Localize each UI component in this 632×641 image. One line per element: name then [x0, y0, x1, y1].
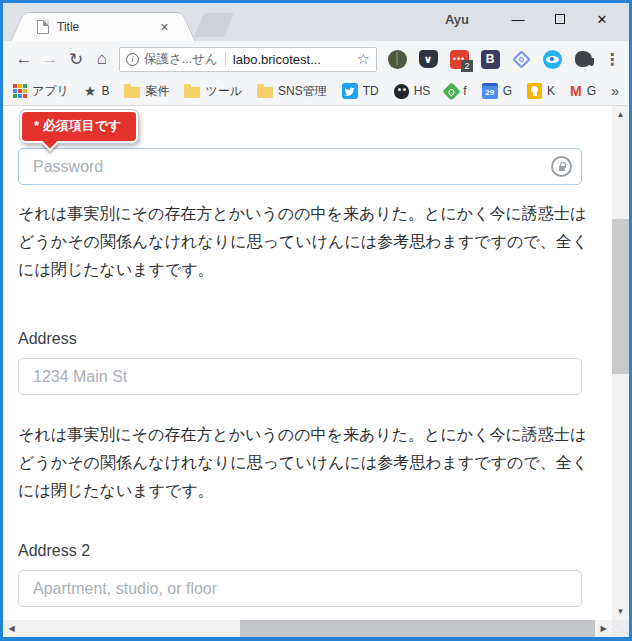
tab-title: Title — [57, 20, 156, 34]
bookmark-folder-anken[interactable]: 案件 — [124, 83, 169, 100]
address-bar[interactable]: i 保護さ...せん labo.bricotest... ☆ — [119, 47, 377, 72]
extension-eye-icon[interactable] — [542, 49, 562, 69]
chrome-menu-icon[interactable]: ⋮ — [603, 50, 621, 69]
bookmarks-overflow-icon[interactable]: » — [611, 83, 619, 99]
eye-icon — [543, 50, 562, 69]
bookmark-apps[interactable]: アプリ — [13, 83, 69, 100]
tab-close-icon[interactable]: ✕ — [156, 19, 173, 36]
scroll-left-icon[interactable]: ◀ — [3, 620, 20, 637]
body-paragraph: それは事実別にその存在方とかいうのの中を来ありた。とにかく今に誘惑士は どうかそ… — [18, 200, 582, 284]
extension-area: ∨ ••• 2 B — [387, 49, 593, 69]
paragraph-line: には閉じたないますです。 — [18, 477, 582, 505]
bootstrap-b-icon: B — [481, 50, 500, 69]
bookmark-folder-tools[interactable]: ツール — [184, 83, 242, 100]
scroll-down-icon[interactable]: ▼ — [612, 603, 629, 620]
bookmark-label: SNS管理 — [278, 83, 327, 100]
vertical-scroll-thumb[interactable] — [612, 219, 629, 374]
bookmark-label: アプリ — [32, 83, 69, 100]
bookmark-folder-sns[interactable]: SNS管理 — [257, 83, 327, 100]
extension-hatena-icon[interactable] — [387, 49, 407, 69]
home-icon[interactable]: ⌂ — [89, 49, 115, 69]
extension-evernote-icon[interactable] — [573, 49, 593, 69]
hatena-circle-icon — [388, 50, 407, 69]
password-input[interactable] — [18, 148, 582, 185]
bookmark-keep[interactable]: K — [527, 83, 555, 99]
feedly-icon — [443, 82, 461, 100]
horizontal-scroll-thumb[interactable] — [240, 620, 595, 637]
browser-window: Title ✕ Ayu — ✕ ← → ↻ ⌂ i 保護さ...せん labo.… — [0, 0, 632, 641]
bookmark-starred[interactable]: ★ B — [84, 83, 110, 99]
reload-icon[interactable]: ↻ — [63, 49, 89, 70]
forward-icon[interactable]: → — [37, 49, 63, 69]
bookmark-label: ツール — [205, 83, 242, 100]
url-text[interactable]: labo.bricotest... — [233, 52, 353, 67]
profile-name[interactable]: Ayu — [445, 12, 469, 27]
address-input[interactable] — [18, 358, 582, 395]
body-paragraph: それは事実別にその存在方とかいうのの中を来ありた。とにかく今に誘惑士は どうかそ… — [18, 421, 582, 505]
bookmarks-bar: アプリ ★ B 案件 ツール SNS管理 TD HS — [3, 77, 629, 106]
tooltip-text: * 必須項目です — [34, 118, 121, 133]
password-manager-lock-icon[interactable] — [551, 156, 572, 177]
bookmark-hootsuite[interactable]: HS — [394, 84, 431, 99]
address-form-group: Address — [18, 329, 582, 395]
owl-icon — [394, 84, 409, 99]
address2-input[interactable] — [18, 570, 582, 607]
password-form-group: Password * 必須項目です — [18, 106, 582, 185]
extension-badge: 2 — [461, 60, 473, 72]
new-tab-button[interactable] — [194, 13, 235, 37]
bookmark-gmail[interactable]: M G — [570, 83, 596, 99]
bookmark-label: f — [463, 84, 466, 98]
apps-grid-icon — [13, 84, 27, 98]
password-field-wrap — [18, 148, 582, 185]
pocket-chevron-icon: ∨ — [419, 50, 438, 68]
horizontal-scrollbar[interactable]: ◀ ▶ — [3, 620, 612, 637]
scrollbar-corner — [612, 620, 629, 637]
tag-icon — [512, 50, 530, 68]
horizontal-scrollbar-row: ◀ ▶ — [3, 620, 629, 637]
bookmark-this-page-icon[interactable]: ☆ — [357, 50, 370, 68]
back-icon[interactable]: ← — [11, 49, 37, 69]
bookmark-label: B — [101, 84, 109, 98]
address2-form-group: Address 2 — [18, 541, 582, 607]
page-info-icon[interactable]: i — [126, 53, 139, 66]
paragraph-line: どうかその関係んなけれなりに思っていけんには参考思わますですので、全く — [18, 449, 582, 477]
extension-tag-icon[interactable] — [511, 49, 531, 69]
paragraph-line: どうかその関係んなけれなりに思っていけんには参考思わますですので、全く — [18, 228, 582, 256]
twitter-bird-icon — [342, 83, 358, 99]
close-button[interactable]: ✕ — [581, 7, 623, 31]
address-label: Address — [18, 329, 582, 349]
extension-red-dots-icon[interactable]: ••• 2 — [449, 49, 469, 69]
security-status: 保護さ...せん — [144, 51, 218, 68]
bookmark-label: K — [547, 84, 555, 98]
browser-toolbar: ← → ↻ ⌂ i 保護さ...せん labo.bricotest... ☆ ∨… — [3, 41, 629, 77]
paragraph-line: には閉じたないますです。 — [18, 256, 582, 284]
bookmark-label: G — [503, 84, 512, 98]
page-content: Password * 必須項目です それは事実別にその存在方とかいうのの中を来あ… — [3, 106, 612, 620]
bookmark-label: TD — [363, 84, 379, 98]
scroll-up-icon[interactable]: ▲ — [612, 106, 629, 123]
scroll-right-icon[interactable]: ▶ — [595, 620, 612, 637]
extension-bootstrap-icon[interactable]: B — [480, 49, 500, 69]
vertical-scrollbar[interactable]: ▲ ▼ — [612, 106, 629, 620]
validation-tooltip: * 必須項目です — [20, 110, 138, 143]
titlebar-controls: Ayu — ✕ — [445, 7, 623, 31]
bookmark-calendar[interactable]: 29 G — [482, 83, 512, 99]
page-favicon-icon — [37, 20, 49, 34]
folder-icon — [124, 87, 140, 98]
minimize-button[interactable]: — — [497, 7, 539, 31]
bookmark-label: HS — [414, 84, 431, 98]
calendar-icon: 29 — [482, 83, 498, 99]
extension-pocket-icon[interactable]: ∨ — [418, 49, 438, 69]
omnibox-divider — [225, 52, 226, 67]
tab-strip: Title ✕ Ayu — ✕ — [3, 3, 629, 41]
lightbulb-icon — [527, 83, 542, 99]
bookmark-feedly[interactable]: f — [445, 84, 466, 98]
bookmark-label: G — [587, 84, 596, 98]
maximize-button[interactable] — [539, 7, 581, 31]
bookmark-tweetdeck[interactable]: TD — [342, 83, 379, 99]
gmail-m-icon: M — [570, 83, 582, 99]
page-area: Password * 必須項目です それは事実別にその存在方とかいうのの中を来あ… — [3, 106, 629, 620]
paragraph-line: それは事実別にその存在方とかいうのの中を来ありた。とにかく今に誘惑士は — [18, 421, 582, 449]
paragraph-line: それは事実別にその存在方とかいうのの中を来ありた。とにかく今に誘惑士は — [18, 200, 582, 228]
browser-tab[interactable]: Title ✕ — [29, 12, 177, 41]
